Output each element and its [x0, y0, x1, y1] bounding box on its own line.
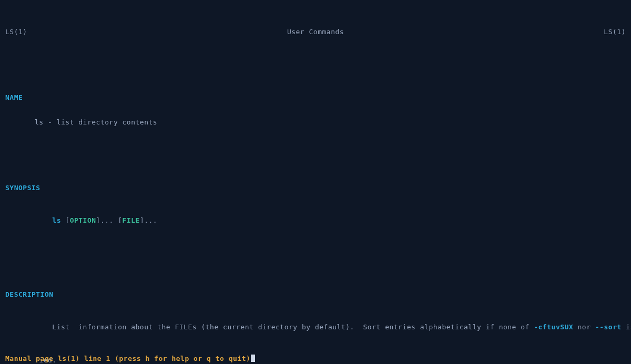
description-line1: List information about the FILEs (the cu… — [5, 315, 626, 340]
section-name-title: NAME — [5, 93, 626, 102]
synopsis-cmd: ls — [52, 216, 61, 224]
status-text: Manual page ls(1) line 1 (press h for he… — [5, 355, 250, 362]
man-page-viewer[interactable]: LS(1) User Commands LS(1) NAME ls - list… — [0, 0, 631, 364]
section-synopsis-body: ls [OPTION]... [FILE]... — [5, 209, 626, 233]
synopsis-option: OPTION — [70, 216, 96, 224]
header-right: LS(1) — [604, 28, 626, 36]
man-header: LS(1) User Commands LS(1) — [5, 28, 626, 36]
section-description-title: DESCRIPTION — [5, 290, 626, 299]
synopsis-file: FILE — [123, 216, 140, 224]
header-center: User Commands — [287, 28, 344, 36]
section-synopsis-title: SYNOPSIS — [5, 184, 626, 192]
pager-status-line[interactable]: Manual page ls(1) line 1 (press h for he… — [5, 355, 255, 363]
section-name-body: ls - list directory contents — [5, 118, 626, 127]
cursor-icon — [251, 355, 255, 362]
header-left: LS(1) — [5, 28, 27, 36]
